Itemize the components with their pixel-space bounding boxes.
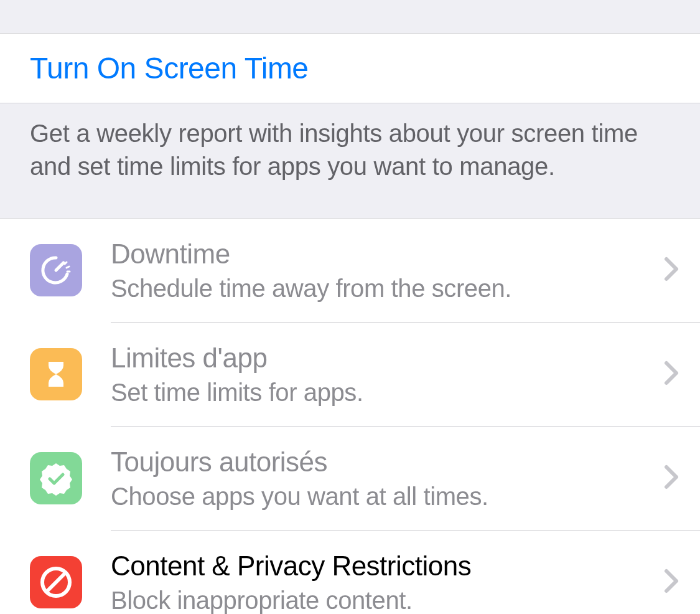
app-limits-subtitle: Set time limits for apps. [111, 379, 656, 407]
downtime-text: Downtime Schedule time away from the scr… [111, 239, 656, 303]
no-sign-icon [30, 556, 82, 608]
content-privacy-subtitle: Block inappropriate content. [111, 587, 656, 614]
chevron-right-icon [663, 463, 681, 493]
downtime-subtitle: Schedule time away from the screen. [111, 275, 656, 303]
app-limits-text: Limites d'app Set time limits for apps. [111, 342, 656, 407]
always-allowed-title: Toujours autorisés [111, 446, 656, 478]
always-allowed-subtitle: Choose apps you want at all times. [111, 483, 656, 511]
turn-on-screen-time-label: Turn On Screen Time [30, 52, 309, 85]
svg-line-2 [67, 267, 69, 268]
app-limits-row[interactable]: Limites d'app Set time limits for apps. [0, 323, 700, 427]
content-privacy-title: Content & Privacy Restrictions [111, 550, 656, 582]
checkmark-seal-icon [30, 452, 82, 504]
content-privacy-row[interactable]: Content & Privacy Restrictions Block ina… [0, 531, 700, 614]
description-text: Get a weekly report with insights about … [30, 117, 670, 183]
svg-line-0 [56, 263, 63, 270]
svg-line-1 [65, 262, 67, 264]
turn-on-screen-time-row[interactable]: Turn On Screen Time [0, 34, 700, 103]
svg-line-5 [47, 573, 65, 592]
top-spacer [0, 0, 700, 34]
chevron-right-icon [663, 567, 681, 597]
chevron-right-icon [663, 255, 681, 285]
settings-list: Downtime Schedule time away from the scr… [0, 219, 700, 614]
hourglass-icon [30, 348, 82, 400]
description-block: Get a weekly report with insights about … [0, 103, 700, 219]
always-allowed-row[interactable]: Toujours autorisés Choose apps you want … [0, 427, 700, 531]
speedometer-icon [30, 244, 82, 296]
content-privacy-text: Content & Privacy Restrictions Block ina… [111, 550, 656, 614]
downtime-title: Downtime [111, 239, 656, 270]
chevron-right-icon [663, 359, 681, 389]
downtime-row[interactable]: Downtime Schedule time away from the scr… [0, 219, 700, 323]
app-limits-title: Limites d'app [111, 342, 656, 374]
always-allowed-text: Toujours autorisés Choose apps you want … [111, 446, 656, 511]
